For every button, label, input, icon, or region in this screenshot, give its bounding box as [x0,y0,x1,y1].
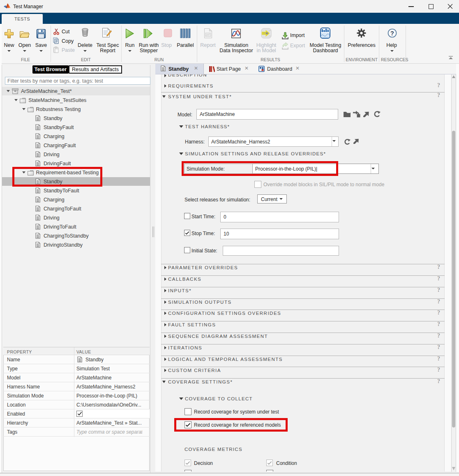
svg-text:?: ? [390,30,394,37]
